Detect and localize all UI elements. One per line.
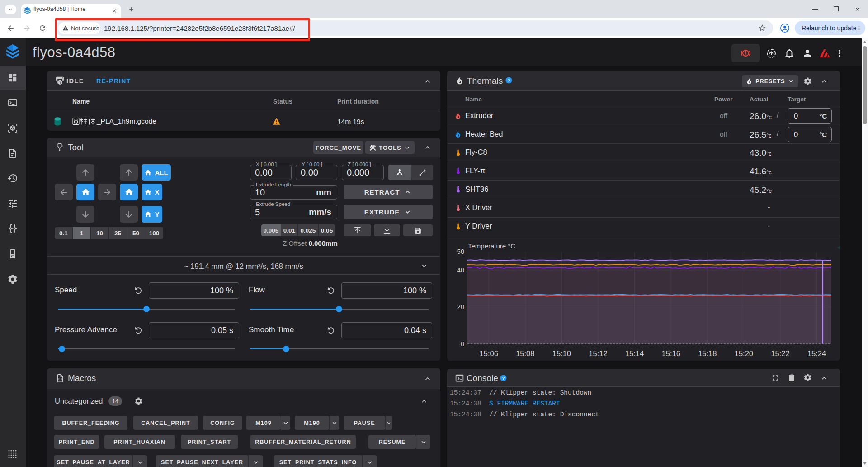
svg-text:40: 40	[457, 267, 464, 274]
svg-text:15:20: 15:20	[735, 349, 753, 357]
svg-text:15:24: 15:24	[807, 349, 826, 357]
svg-text:15:22: 15:22	[771, 349, 789, 357]
svg-text:0: 0	[461, 340, 464, 348]
svg-text:15:10: 15:10	[552, 349, 571, 357]
svg-text:15:18: 15:18	[698, 349, 717, 357]
svg-text:?: ?	[508, 78, 510, 83]
svg-text:Temperature °C: Temperature °C	[468, 242, 515, 250]
svg-text:20: 20	[457, 303, 464, 310]
svg-text:15:14: 15:14	[625, 349, 644, 357]
svg-text:15:08: 15:08	[516, 349, 534, 357]
svg-text:15:06: 15:06	[480, 349, 498, 357]
svg-text:15:12: 15:12	[589, 349, 607, 357]
svg-text:50: 50	[457, 248, 464, 255]
svg-text:?: ?	[502, 376, 505, 381]
svg-text:15:16: 15:16	[662, 349, 680, 357]
